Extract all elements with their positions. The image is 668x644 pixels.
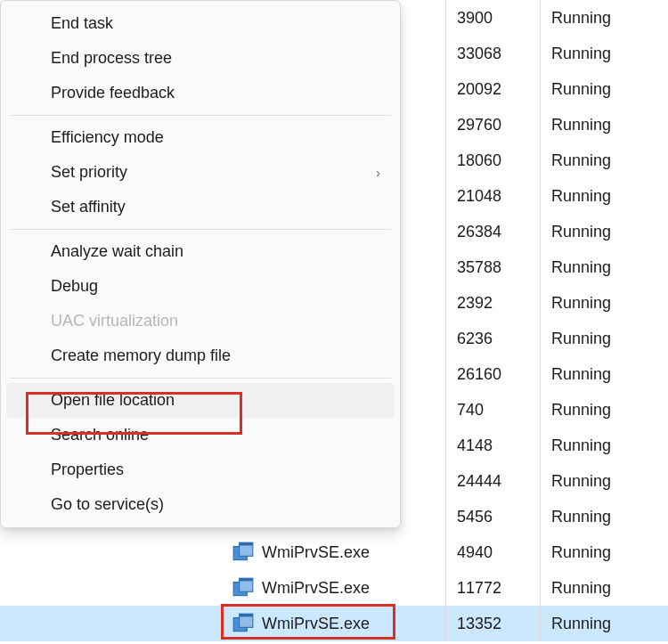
process-pid: 4148: [446, 436, 540, 455]
process-name-cell: WmiPrvSE.exe: [0, 576, 445, 599]
menu-item-label: Open file location: [51, 391, 175, 410]
menu-item-label: Provide feedback: [51, 84, 175, 102]
menu-item-label: Search online: [51, 426, 149, 444]
process-name: WmiPrvSE.exe: [262, 615, 370, 633]
menu-item-label: Debug: [51, 277, 98, 296]
menu-item-uac-virtualization: UAC virtualization: [1, 304, 400, 338]
process-status: Running: [541, 365, 665, 384]
exe-icon: [232, 541, 255, 564]
process-status: Running: [541, 9, 665, 28]
menu-item-set-affinity[interactable]: Set affinity: [1, 190, 400, 224]
process-pid: 33068: [446, 45, 540, 63]
process-pid: 24444: [446, 472, 540, 491]
process-status: Running: [541, 579, 665, 598]
process-status: Running: [541, 258, 665, 277]
menu-item-label: End task: [51, 14, 113, 33]
menu-item-analyze-wait-chain[interactable]: Analyze wait chain: [1, 234, 400, 269]
process-name: WmiPrvSE.exe: [262, 579, 370, 598]
process-pid: 6236: [446, 330, 540, 348]
menu-item-label: Analyze wait chain: [51, 242, 183, 261]
process-status: Running: [541, 472, 665, 491]
process-pid: 18060: [446, 151, 540, 170]
menu-item-label: Set affinity: [51, 198, 126, 216]
process-row[interactable]: WmiPrvSE.exe11772Running: [0, 570, 668, 606]
process-row[interactable]: WmiPrvSE.exe4940Running: [0, 534, 668, 570]
menu-item-debug[interactable]: Debug: [1, 269, 400, 304]
process-status: Running: [541, 508, 665, 526]
process-pid: 2392: [446, 294, 540, 313]
process-status: Running: [541, 223, 665, 241]
process-status: Running: [541, 45, 665, 63]
menu-item-label: Set priority: [51, 163, 127, 182]
process-row[interactable]: WmiPrvSE.exe13352Running: [0, 606, 668, 641]
chevron-right-icon: ›: [376, 166, 380, 180]
process-pid: 20092: [446, 80, 540, 99]
process-status: Running: [541, 615, 665, 633]
process-pid: 740: [446, 401, 540, 420]
menu-item-label: End process tree: [51, 49, 172, 68]
menu-separator: [10, 115, 391, 116]
process-pid: 35788: [446, 258, 540, 277]
process-status: Running: [541, 294, 665, 313]
process-status: Running: [541, 80, 665, 99]
menu-item-label: UAC virtualization: [51, 312, 178, 330]
menu-separator: [10, 229, 391, 230]
process-pid: 21048: [446, 187, 540, 206]
svg-rect-2: [240, 542, 253, 545]
process-status: Running: [541, 436, 665, 455]
process-pid: 26160: [446, 365, 540, 384]
process-pid: 5456: [446, 508, 540, 526]
menu-item-open-file-location[interactable]: Open file location: [6, 383, 395, 418]
process-name-cell: WmiPrvSE.exe: [0, 612, 445, 635]
exe-icon: [232, 612, 255, 635]
process-status: Running: [541, 330, 665, 348]
menu-item-end-task[interactable]: End task: [1, 6, 400, 41]
process-pid: 13352: [446, 615, 540, 633]
menu-item-properties[interactable]: Properties: [1, 452, 400, 487]
process-pid: 29760: [446, 116, 540, 135]
menu-item-end-process-tree[interactable]: End process tree: [1, 41, 400, 76]
process-pid: 11772: [446, 579, 540, 598]
process-name: WmiPrvSE.exe: [262, 543, 370, 562]
process-pid: 26384: [446, 223, 540, 241]
process-status: Running: [541, 401, 665, 420]
svg-rect-5: [240, 578, 253, 581]
process-name-cell: WmiPrvSE.exe: [0, 541, 445, 564]
menu-item-efficiency-mode[interactable]: Efficiency mode: [1, 120, 400, 155]
process-pid: 3900: [446, 9, 540, 28]
menu-item-create-memory-dump-file[interactable]: Create memory dump file: [1, 338, 400, 373]
menu-item-label: Efficiency mode: [51, 128, 164, 147]
menu-item-label: Create memory dump file: [51, 346, 231, 365]
process-status: Running: [541, 543, 665, 562]
process-status: Running: [541, 151, 665, 170]
process-status: Running: [541, 187, 665, 206]
process-pid: 4940: [446, 543, 540, 562]
process-status: Running: [541, 116, 665, 135]
menu-item-search-online[interactable]: Search online: [1, 418, 400, 452]
menu-item-provide-feedback[interactable]: Provide feedback: [1, 76, 400, 110]
context-menu: End taskEnd process treeProvide feedback…: [0, 0, 401, 528]
menu-item-label: Go to service(s): [51, 495, 164, 514]
exe-icon: [232, 576, 255, 599]
svg-rect-8: [240, 614, 253, 616]
menu-item-label: Properties: [51, 461, 124, 479]
menu-item-go-to-services[interactable]: Go to service(s): [1, 487, 400, 522]
menu-item-set-priority[interactable]: Set priority›: [1, 155, 400, 190]
menu-separator: [10, 378, 391, 379]
